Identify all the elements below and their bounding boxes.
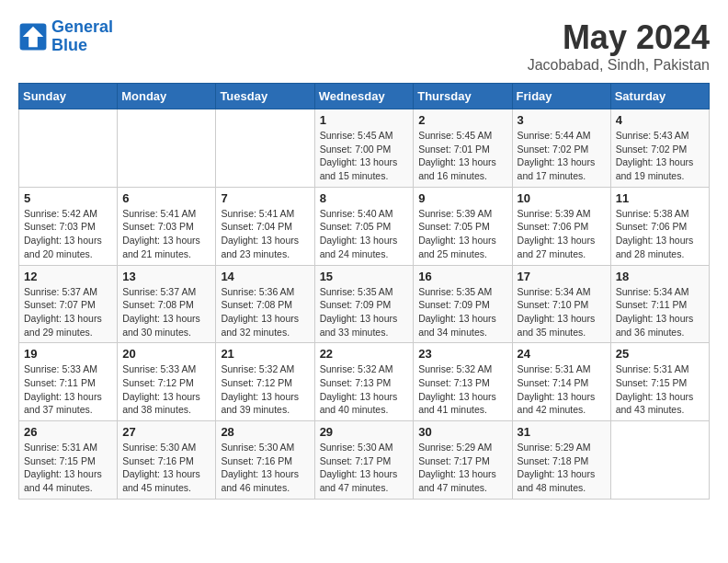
day-number: 9 xyxy=(418,191,506,205)
day-info: Sunrise: 5:29 AMSunset: 7:18 PMDaylight:… xyxy=(518,441,606,495)
day-info: Sunrise: 5:34 AMSunset: 7:11 PMDaylight:… xyxy=(616,285,704,339)
weekday-header-wednesday: Wednesday xyxy=(314,84,414,109)
calendar-cell: 21Sunrise: 5:32 AMSunset: 7:12 PMDayligh… xyxy=(216,343,314,421)
calendar-cell xyxy=(216,109,314,188)
calendar-cell: 27Sunrise: 5:30 AMSunset: 7:16 PMDayligh… xyxy=(118,421,216,500)
day-info: Sunrise: 5:31 AMSunset: 7:15 PMDaylight:… xyxy=(24,441,112,495)
day-info: Sunrise: 5:40 AMSunset: 7:05 PMDaylight:… xyxy=(320,207,409,261)
calendar-cell: 25Sunrise: 5:31 AMSunset: 7:15 PMDayligh… xyxy=(610,343,709,421)
calendar-cell: 14Sunrise: 5:36 AMSunset: 7:08 PMDayligh… xyxy=(216,265,314,343)
calendar-week-row: 26Sunrise: 5:31 AMSunset: 7:15 PMDayligh… xyxy=(19,421,710,500)
day-info: Sunrise: 5:39 AMSunset: 7:06 PMDaylight:… xyxy=(518,207,606,261)
weekday-header-monday: Monday xyxy=(118,84,216,109)
day-number: 11 xyxy=(616,191,704,205)
day-number: 4 xyxy=(616,113,704,127)
day-number: 10 xyxy=(518,191,606,205)
weekday-header-row: SundayMondayTuesdayWednesdayThursdayFrid… xyxy=(19,84,710,109)
day-number: 15 xyxy=(320,270,409,283)
calendar-week-row: 5Sunrise: 5:42 AMSunset: 7:03 PMDaylight… xyxy=(19,187,710,265)
day-number: 8 xyxy=(320,191,409,205)
day-info: Sunrise: 5:32 AMSunset: 7:12 PMDaylight:… xyxy=(221,362,309,417)
calendar-cell: 30Sunrise: 5:29 AMSunset: 7:17 PMDayligh… xyxy=(414,421,512,500)
day-info: Sunrise: 5:31 AMSunset: 7:14 PMDaylight:… xyxy=(518,362,606,417)
day-number: 13 xyxy=(122,270,210,283)
day-info: Sunrise: 5:36 AMSunset: 7:08 PMDaylight:… xyxy=(221,285,309,339)
day-info: Sunrise: 5:35 AMSunset: 7:09 PMDaylight:… xyxy=(418,285,506,339)
calendar-cell: 24Sunrise: 5:31 AMSunset: 7:14 PMDayligh… xyxy=(512,343,610,421)
day-info: Sunrise: 5:42 AMSunset: 7:03 PMDaylight:… xyxy=(24,207,112,261)
day-info: Sunrise: 5:41 AMSunset: 7:03 PMDaylight:… xyxy=(122,207,210,261)
calendar-cell: 11Sunrise: 5:38 AMSunset: 7:06 PMDayligh… xyxy=(610,187,709,265)
calendar-cell: 18Sunrise: 5:34 AMSunset: 7:11 PMDayligh… xyxy=(610,265,709,343)
day-info: Sunrise: 5:37 AMSunset: 7:08 PMDaylight:… xyxy=(122,285,210,339)
page-header: General Blue May 2024 Jacobabad, Sindh, … xyxy=(18,18,710,74)
weekday-header-saturday: Saturday xyxy=(610,84,709,109)
weekday-header-sunday: Sunday xyxy=(19,84,118,109)
calendar-cell: 15Sunrise: 5:35 AMSunset: 7:09 PMDayligh… xyxy=(314,265,414,343)
location: Jacobabad, Sindh, Pakistan xyxy=(528,57,710,74)
day-number: 16 xyxy=(418,270,506,283)
day-info: Sunrise: 5:32 AMSunset: 7:13 PMDaylight:… xyxy=(418,362,506,417)
day-info: Sunrise: 5:33 AMSunset: 7:11 PMDaylight:… xyxy=(24,362,112,417)
title-block: May 2024 Jacobabad, Sindh, Pakistan xyxy=(528,18,710,74)
day-info: Sunrise: 5:31 AMSunset: 7:15 PMDaylight:… xyxy=(616,362,704,417)
day-number: 17 xyxy=(518,270,606,283)
calendar-week-row: 12Sunrise: 5:37 AMSunset: 7:07 PMDayligh… xyxy=(19,265,710,343)
day-number: 22 xyxy=(320,347,409,361)
calendar-cell: 9Sunrise: 5:39 AMSunset: 7:05 PMDaylight… xyxy=(414,187,512,265)
day-number: 29 xyxy=(320,425,409,439)
logo-line2: Blue xyxy=(51,36,87,54)
calendar-cell: 28Sunrise: 5:30 AMSunset: 7:16 PMDayligh… xyxy=(216,421,314,500)
day-number: 23 xyxy=(418,347,506,361)
calendar-cell xyxy=(610,421,709,500)
calendar-table: SundayMondayTuesdayWednesdayThursdayFrid… xyxy=(18,83,710,500)
logo-text: General Blue xyxy=(51,18,113,55)
day-info: Sunrise: 5:45 AMSunset: 7:01 PMDaylight:… xyxy=(418,129,506,183)
day-number: 21 xyxy=(221,347,309,361)
logo: General Blue xyxy=(18,18,113,55)
day-number: 7 xyxy=(221,191,309,205)
day-info: Sunrise: 5:34 AMSunset: 7:10 PMDaylight:… xyxy=(518,285,606,339)
day-info: Sunrise: 5:33 AMSunset: 7:12 PMDaylight:… xyxy=(122,362,210,417)
day-info: Sunrise: 5:37 AMSunset: 7:07 PMDaylight:… xyxy=(24,285,112,339)
day-info: Sunrise: 5:45 AMSunset: 7:00 PMDaylight:… xyxy=(320,129,409,183)
calendar-cell: 17Sunrise: 5:34 AMSunset: 7:10 PMDayligh… xyxy=(512,265,610,343)
day-number: 5 xyxy=(24,191,112,205)
calendar-cell: 1Sunrise: 5:45 AMSunset: 7:00 PMDaylight… xyxy=(314,109,414,188)
calendar-cell: 10Sunrise: 5:39 AMSunset: 7:06 PMDayligh… xyxy=(512,187,610,265)
day-info: Sunrise: 5:43 AMSunset: 7:02 PMDaylight:… xyxy=(616,129,704,183)
calendar-cell xyxy=(118,109,216,188)
calendar-cell: 5Sunrise: 5:42 AMSunset: 7:03 PMDaylight… xyxy=(19,187,118,265)
day-info: Sunrise: 5:41 AMSunset: 7:04 PMDaylight:… xyxy=(221,207,309,261)
calendar-cell: 4Sunrise: 5:43 AMSunset: 7:02 PMDaylight… xyxy=(610,109,709,188)
day-info: Sunrise: 5:35 AMSunset: 7:09 PMDaylight:… xyxy=(320,285,409,339)
day-info: Sunrise: 5:30 AMSunset: 7:16 PMDaylight:… xyxy=(122,441,210,495)
day-number: 31 xyxy=(518,425,606,439)
day-number: 14 xyxy=(221,270,309,283)
day-number: 18 xyxy=(616,270,704,283)
month-title: May 2024 xyxy=(528,18,710,57)
day-number: 19 xyxy=(24,347,112,361)
day-number: 28 xyxy=(221,425,309,439)
day-number: 20 xyxy=(122,347,210,361)
calendar-cell xyxy=(19,109,118,188)
calendar-cell: 22Sunrise: 5:32 AMSunset: 7:13 PMDayligh… xyxy=(314,343,414,421)
day-info: Sunrise: 5:44 AMSunset: 7:02 PMDaylight:… xyxy=(518,129,606,183)
logo-line1: General xyxy=(51,17,113,36)
calendar-cell: 2Sunrise: 5:45 AMSunset: 7:01 PMDaylight… xyxy=(414,109,512,188)
day-number: 1 xyxy=(320,113,409,127)
day-number: 26 xyxy=(24,425,112,439)
calendar-cell: 13Sunrise: 5:37 AMSunset: 7:08 PMDayligh… xyxy=(118,265,216,343)
day-number: 12 xyxy=(24,270,112,283)
calendar-cell: 31Sunrise: 5:29 AMSunset: 7:18 PMDayligh… xyxy=(512,421,610,500)
day-number: 24 xyxy=(518,347,606,361)
calendar-cell: 29Sunrise: 5:30 AMSunset: 7:17 PMDayligh… xyxy=(314,421,414,500)
calendar-cell: 8Sunrise: 5:40 AMSunset: 7:05 PMDaylight… xyxy=(314,187,414,265)
day-number: 25 xyxy=(616,347,704,361)
day-number: 6 xyxy=(122,191,210,205)
day-number: 30 xyxy=(418,425,506,439)
calendar-cell: 23Sunrise: 5:32 AMSunset: 7:13 PMDayligh… xyxy=(414,343,512,421)
day-number: 2 xyxy=(418,113,506,127)
calendar-cell: 3Sunrise: 5:44 AMSunset: 7:02 PMDaylight… xyxy=(512,109,610,188)
day-info: Sunrise: 5:38 AMSunset: 7:06 PMDaylight:… xyxy=(616,207,704,261)
